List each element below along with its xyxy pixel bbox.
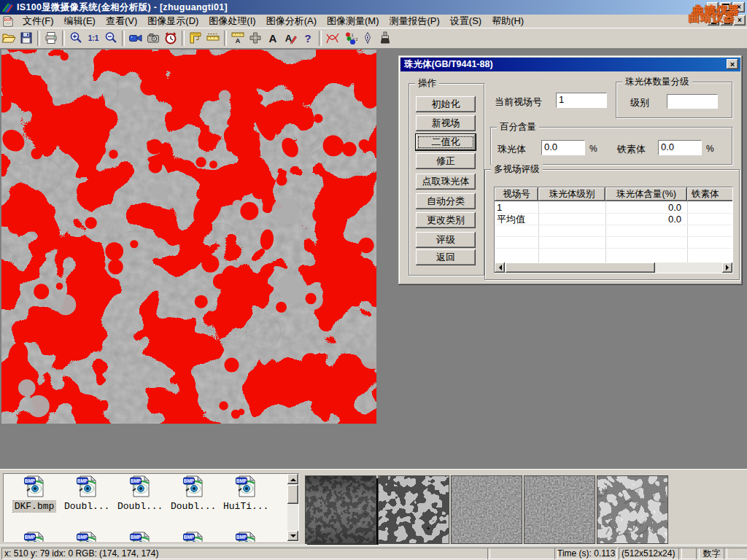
back-button[interactable]: 返回 [416,249,476,265]
dialog-title-bar[interactable]: 珠光体(GB/T9441-88) × [400,58,740,71]
open-icon[interactable] [0,30,18,47]
menu-edit[interactable]: 编辑(E) [59,14,101,28]
file-item[interactable]: BMPHuiTi... [222,475,270,512]
thumbnail-3[interactable] [451,475,522,544]
dialog-title: 珠光体(GB/T9441-88) [404,58,493,71]
hscroll-left-icon[interactable] [495,262,505,273]
micrograph-image[interactable] [1,50,376,424]
svg-text:BMP: BMP [77,534,88,540]
menu-image-display[interactable]: 图像显示(D) [142,14,204,28]
help-icon[interactable]: ? [299,30,317,47]
table-row-avg-pearlite[interactable]: 0.0 [605,214,681,225]
timer-clock-icon[interactable] [162,30,179,47]
col-header-pearlite[interactable]: 珠光体含量(%) [605,187,687,201]
change-class-button[interactable]: 更改类别 [416,212,476,228]
file-item[interactable]: BMPDKF.bmp [10,475,58,512]
actual-size-icon[interactable]: 1:1 [85,30,102,47]
menu-file[interactable]: 文件(F) [18,14,59,28]
zoom-in-icon[interactable] [67,30,85,47]
hscroll-thumb[interactable] [506,262,655,273]
ruler-icon[interactable] [204,30,222,47]
status-time: Time (s): 0.113 [554,548,617,559]
file-item-partial[interactable]: BMP [63,532,111,542]
current-field-input[interactable]: 1 [556,93,607,108]
rate-button[interactable]: 评级 [416,232,476,248]
spline-curve-icon[interactable] [324,30,341,47]
table-row-1-pearlite[interactable]: 0.0 [605,202,681,214]
menu-bar: DOC 文件(F) 编辑(E) 查看(V) 图像显示(D) 图像处理(I) 图像… [0,15,747,28]
file-name[interactable]: DKF.bmp [13,501,56,512]
measure-text-icon[interactable]: A [229,30,247,47]
file-list-vscrollbar[interactable] [287,474,298,541]
multifield-table[interactable]: 视场号 珠光体级别 珠光体含量(%) 铁素体 1 0.0 平均值 0.0 [494,187,733,273]
menu-image-process[interactable]: 图像处理(I) [204,14,260,28]
file-item[interactable]: BMPDoubl... [116,475,164,512]
status-image-size: (512x512x24) [619,548,682,559]
menu-view[interactable]: 查看(V) [101,14,142,28]
vscroll-down-icon[interactable] [287,531,298,541]
brush-icon[interactable] [376,30,394,47]
file-name[interactable]: Doubl... [169,501,217,512]
init-button[interactable]: 初始化 [416,96,476,112]
svg-text:BMP: BMP [131,478,142,483]
grade-input[interactable] [667,94,718,109]
camera-icon[interactable] [144,30,162,47]
menu-image-measure[interactable]: 图像测量(M) [322,14,384,28]
pearlite-input[interactable]: 0.0 [541,140,585,155]
menu-measure-report[interactable]: 测量报告(P) [384,14,444,28]
vscroll-thumb[interactable] [287,485,298,504]
vscroll-up-icon[interactable] [287,474,298,484]
file-item[interactable]: BMPDoubl... [169,475,217,512]
svg-text:BMP: BMP [236,478,247,483]
bmp-file-icon: BMP [129,475,151,497]
table-row-avg-field[interactable]: 平均值 [497,214,525,225]
classify-balls-icon[interactable]: 123 [341,30,359,47]
file-item[interactable]: BMPDoubl... [63,475,111,512]
table-row-1-field[interactable]: 1 [497,202,502,214]
col-header-field[interactable]: 视场号 [495,187,538,201]
auto-classify-button[interactable]: 自动分类 [416,193,476,209]
grid-cross-icon[interactable] [247,30,264,47]
ferrite-input[interactable]: 0.0 [658,140,702,155]
file-name[interactable]: HuiTi... [222,501,270,512]
ferrite-unit: % [706,144,714,154]
pen-icon[interactable] [359,30,376,47]
caliper-icon[interactable] [187,30,204,47]
hscroll-right-icon[interactable] [722,262,732,273]
file-item-partial[interactable]: BMP [116,532,164,542]
status-bar: x: 510 y: 79 idx: 0 RGB: (174, 174, 174)… [0,545,747,560]
svg-text:1:1: 1:1 [88,34,99,42]
file-item-partial[interactable]: BMP [10,532,58,542]
svg-text:BMP: BMP [25,534,36,540]
thumbnail-2[interactable] [378,475,449,544]
save-icon[interactable] [18,30,35,47]
text-a-icon[interactable]: A [264,30,282,47]
file-name[interactable]: Doubl... [116,501,164,512]
application-window: IS100显微摄像系统(金相分析版) - [zhuguangti01] × 曲靖… [0,0,747,560]
col-header-grade[interactable]: 珠光体级别 [538,187,605,201]
thumbnail-5[interactable] [597,475,668,544]
correct-button[interactable]: 修正 [416,153,476,169]
binarize-button[interactable]: 二值化 [416,134,476,150]
bmp-file-icon: BMP [182,475,204,497]
thumbnail-4[interactable] [524,475,595,544]
file-item-partial[interactable]: BMP [222,532,270,542]
dialog-close-icon[interactable]: × [727,59,738,69]
print-icon[interactable] [42,30,60,47]
grade-group-label: 珠光体数量分级 [622,77,692,87]
new-field-button[interactable]: 新视场 [416,115,476,131]
menu-settings[interactable]: 设置(S) [445,14,487,28]
menu-help[interactable]: 帮助(H) [487,14,529,28]
pick-pearlite-button[interactable]: 点取珠光体 [416,174,476,190]
file-list[interactable]: BMPDKF.bmp BMPDoubl... BMPDoubl... BMPDo… [3,473,299,542]
col-header-ferrite[interactable]: 铁素体 [687,187,733,201]
file-item-partial[interactable]: BMP [169,532,217,542]
menu-image-analysis[interactable]: 图像分析(A) [261,14,322,28]
table-hscrollbar[interactable] [495,262,732,273]
file-name[interactable]: Doubl... [63,501,111,512]
thumbnail-1[interactable] [305,475,376,544]
zoom-out-icon[interactable] [102,30,120,47]
video-camera-icon[interactable] [127,30,144,47]
svg-text:BMP: BMP [184,478,195,483]
annotate-a-pencil-icon[interactable]: A [282,30,299,47]
